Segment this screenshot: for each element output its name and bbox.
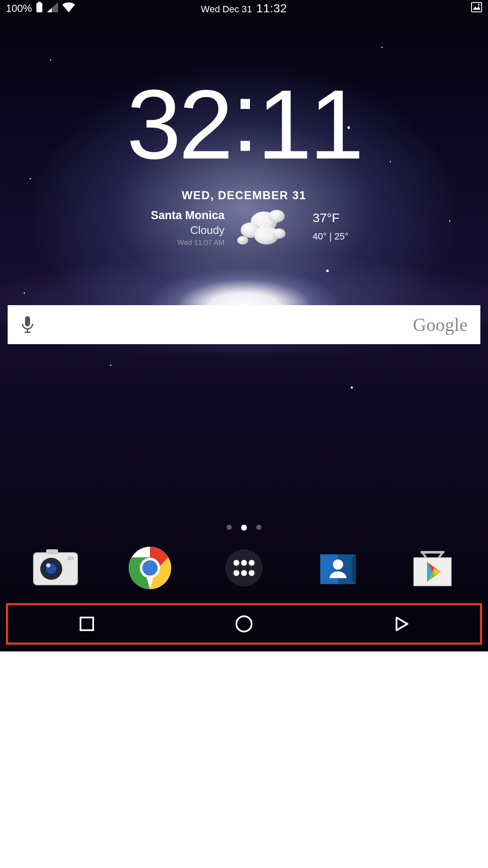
microphone-icon[interactable] [20, 315, 35, 334]
contacts-app-icon[interactable] [313, 543, 363, 593]
camera-app-icon[interactable] [31, 543, 80, 593]
status-date: Wed Dec 31 [201, 4, 252, 14]
star-icon [24, 292, 25, 294]
home-button[interactable] [231, 611, 257, 637]
clock-minutes: 11 [257, 70, 361, 179]
svg-point-23 [241, 570, 247, 576]
play-store-app-icon[interactable] [408, 543, 457, 593]
weather-temp: 37°F [313, 211, 352, 225]
weather-updated: Wed 11:07 AM [136, 239, 225, 247]
navigation-bar-highlight [6, 603, 482, 645]
letterbox [0, 651, 488, 868]
svg-point-21 [249, 560, 255, 566]
home-screen: 100% Wed Dec 31 11:32 32:11 WED, DECEMBE… [0, 0, 488, 651]
google-brand-label: Google [413, 314, 468, 336]
weather-date: WED, DECEMBER 31 [0, 189, 488, 202]
google-search-bar[interactable]: Google [8, 305, 480, 344]
svg-rect-9 [46, 549, 58, 554]
svg-point-20 [241, 560, 247, 566]
star-icon [351, 387, 353, 389]
back-button[interactable] [388, 611, 414, 637]
svg-point-25 [333, 559, 343, 570]
weather-cloudy-icon [236, 208, 286, 250]
svg-rect-29 [80, 618, 93, 630]
status-time: 11:32 [256, 2, 287, 15]
svg-point-24 [249, 570, 255, 576]
svg-point-19 [233, 560, 239, 566]
star-icon [326, 270, 329, 272]
clock-colon: : [231, 62, 257, 172]
page-dot-1[interactable] [241, 525, 247, 531]
svg-point-13 [46, 563, 50, 568]
recent-apps-button[interactable] [74, 611, 100, 637]
svg-point-17 [142, 560, 158, 576]
clock-widget[interactable]: 32:11 [0, 75, 488, 174]
weather-widget[interactable]: WED, DECEMBER 31 Santa Monica Cloudy Wed… [0, 189, 488, 250]
page-dot-0[interactable] [227, 525, 232, 530]
svg-rect-4 [25, 316, 30, 326]
svg-point-30 [236, 616, 252, 632]
weather-row: Santa Monica Cloudy Wed 11:07 AM 37°F 40… [0, 208, 488, 250]
weather-location: Santa Monica [136, 209, 225, 222]
weather-condition: Cloudy [136, 224, 225, 237]
status-bar: 100% Wed Dec 31 11:32 [0, 0, 488, 17]
svg-point-22 [233, 570, 239, 576]
page-indicator[interactable] [0, 525, 488, 531]
svg-point-18 [225, 549, 263, 587]
star-icon [30, 178, 31, 179]
weather-range: 40° | 25° [313, 231, 352, 242]
svg-rect-14 [67, 556, 74, 560]
navigation-bar [8, 605, 480, 643]
page-dot-2[interactable] [256, 525, 261, 530]
dock [0, 538, 488, 598]
clock-hours: 32 [127, 70, 231, 179]
star-icon [110, 364, 111, 366]
weather-right: 37°F 40° | 25° [297, 208, 352, 242]
svg-rect-28 [421, 551, 444, 554]
app-drawer-icon[interactable] [219, 543, 269, 593]
chrome-app-icon[interactable] [125, 543, 175, 593]
star-icon [381, 47, 383, 48]
star-icon [50, 59, 51, 61]
status-datetime: Wed Dec 31 11:32 [0, 2, 488, 15]
weather-left: Santa Monica Cloudy Wed 11:07 AM [136, 208, 225, 247]
